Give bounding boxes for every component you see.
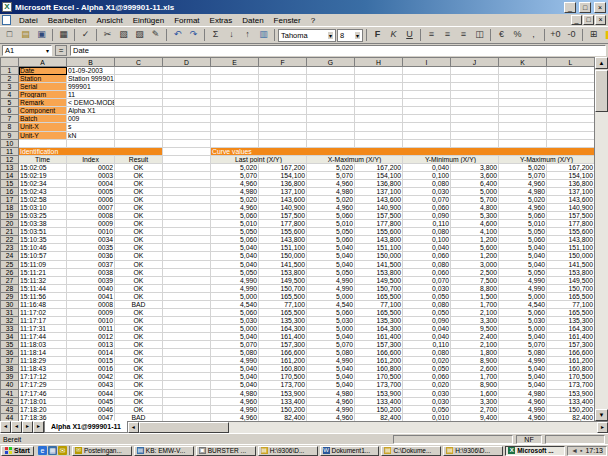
scroll-right-icon[interactable]: ▸ (597, 422, 608, 433)
value-cell[interactable]: 5,020 (499, 196, 547, 204)
value-cell[interactable]: 0,080 (403, 228, 451, 236)
info-value-cell[interactable]: < DEMO-MODE > (67, 99, 115, 107)
value-cell[interactable]: 170,500 (547, 373, 595, 381)
cell[interactable] (115, 107, 163, 115)
info-value-cell[interactable]: 009 (67, 115, 115, 123)
cell[interactable] (259, 83, 307, 91)
value-cell[interactable]: 5,050 (499, 268, 547, 276)
row-header-12[interactable]: 12 (1, 155, 19, 163)
cell[interactable] (163, 413, 211, 421)
value-cell[interactable]: 5,030 (307, 316, 355, 324)
value-cell[interactable]: 150,200 (259, 405, 307, 413)
menu-ansicht[interactable]: Ansicht (91, 15, 127, 26)
cell[interactable] (163, 349, 211, 357)
value-cell[interactable]: 154,100 (355, 171, 403, 179)
time-cell[interactable]: 11:18:29 (19, 357, 67, 365)
row-header-25[interactable]: 25 (1, 260, 19, 268)
cell[interactable] (163, 268, 211, 276)
cell[interactable] (307, 83, 355, 91)
row-header-38[interactable]: 38 (1, 365, 19, 373)
value-cell[interactable]: 143,600 (355, 196, 403, 204)
cell[interactable] (211, 131, 259, 139)
value-cell[interactable]: 0,060 (403, 373, 451, 381)
cell[interactable] (163, 171, 211, 179)
time-cell[interactable]: 15:11:32 (19, 276, 67, 284)
cell[interactable] (355, 131, 403, 139)
info-label-cell[interactable]: Remark (19, 99, 67, 107)
value-cell[interactable]: 5,000 (211, 325, 259, 333)
value-cell[interactable]: 135,300 (547, 316, 595, 324)
value-cell[interactable]: 82,400 (547, 413, 595, 421)
index-cell[interactable]: 0014 (67, 349, 115, 357)
column-header-D[interactable]: D (163, 58, 211, 67)
cell[interactable] (163, 131, 211, 139)
info-label-cell[interactable]: Date (19, 67, 67, 75)
row-header-35[interactable]: 35 (1, 341, 19, 349)
index-cell[interactable]: 0044 (67, 389, 115, 397)
row-header-28[interactable]: 28 (1, 284, 19, 292)
value-cell[interactable]: 161,200 (355, 357, 403, 365)
value-cell[interactable]: 177,800 (355, 220, 403, 228)
value-cell[interactable]: 0,080 (403, 260, 451, 268)
merge-center-icon[interactable]: ◫ (472, 28, 487, 42)
value-cell[interactable]: 154,100 (547, 171, 595, 179)
value-cell[interactable]: 0,030 (403, 389, 451, 397)
value-cell[interactable]: 5,030 (499, 316, 547, 324)
cell[interactable] (163, 236, 211, 244)
cell[interactable] (403, 123, 451, 131)
value-cell[interactable]: 5,020 (211, 163, 259, 171)
cell[interactable] (547, 99, 595, 107)
row-header-37[interactable]: 37 (1, 357, 19, 365)
row-header-19[interactable]: 19 (1, 212, 19, 220)
time-cell[interactable]: 17:18:01 (19, 397, 67, 405)
value-cell[interactable]: 5,060 (307, 308, 355, 316)
value-cell[interactable]: 77,100 (355, 300, 403, 308)
cell[interactable] (163, 333, 211, 341)
value-cell[interactable]: 151,100 (547, 244, 595, 252)
cell[interactable] (547, 83, 595, 91)
value-cell[interactable]: 0,080 (403, 179, 451, 187)
row-header-6[interactable]: 6 (1, 107, 19, 115)
new-icon[interactable]: □ (2, 28, 17, 42)
cell[interactable] (307, 123, 355, 131)
minimize-button[interactable]: _ (564, 2, 576, 13)
value-cell[interactable]: 1,700 (451, 373, 499, 381)
info-label-cell[interactable]: Component (19, 107, 67, 115)
row-header-3[interactable]: 3 (1, 83, 19, 91)
font-size-combo[interactable]: 8▾ (337, 29, 363, 42)
value-cell[interactable]: 135,300 (355, 316, 403, 324)
index-cell[interactable]: 0012 (67, 333, 115, 341)
value-cell[interactable]: 165,500 (355, 308, 403, 316)
time-cell[interactable]: 11:17:17 (19, 316, 67, 324)
value-cell[interactable]: 0,050 (403, 308, 451, 316)
value-cell[interactable]: 165,500 (259, 292, 307, 300)
value-cell[interactable]: 5,040 (211, 252, 259, 260)
column-header-F[interactable]: F (259, 58, 307, 67)
cell[interactable] (115, 115, 163, 123)
value-cell[interactable]: 5,070 (307, 341, 355, 349)
value-cell[interactable]: 136,800 (547, 179, 595, 187)
value-cell[interactable]: 153,900 (547, 389, 595, 397)
align-right-icon[interactable]: ≡ (456, 28, 471, 42)
value-cell[interactable]: 9,400 (451, 413, 499, 421)
value-cell[interactable]: 173,700 (547, 381, 595, 389)
value-cell[interactable]: 153,900 (259, 389, 307, 397)
cell[interactable] (115, 139, 163, 147)
cell[interactable] (499, 139, 547, 147)
value-cell[interactable]: 0,020 (403, 381, 451, 389)
value-cell[interactable]: 8,800 (451, 284, 499, 292)
value-cell[interactable]: 5,000 (499, 292, 547, 300)
result-cell[interactable]: OK (115, 349, 163, 357)
cell[interactable] (403, 115, 451, 123)
value-cell[interactable]: 5,010 (499, 220, 547, 228)
cell[interactable] (499, 99, 547, 107)
value-cell[interactable]: 153,800 (259, 268, 307, 276)
borders-icon[interactable]: ⊞ (586, 28, 601, 42)
time-cell[interactable]: 15:03:10 (19, 204, 67, 212)
value-cell[interactable]: 150,200 (547, 405, 595, 413)
row-header-22[interactable]: 22 (1, 236, 19, 244)
time-cell[interactable]: 15:10:57 (19, 252, 67, 260)
cell[interactable] (259, 115, 307, 123)
value-cell[interactable]: 157,500 (355, 212, 403, 220)
cell[interactable] (163, 389, 211, 397)
